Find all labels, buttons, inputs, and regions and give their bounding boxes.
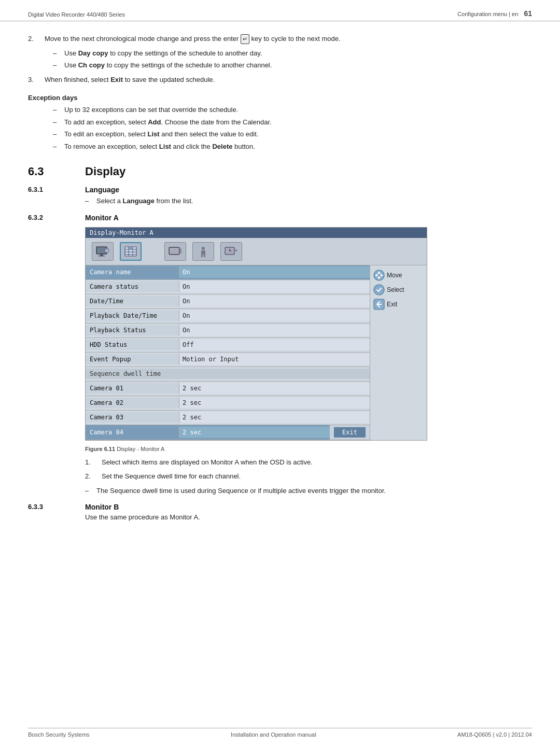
cell-label-playback-status: Playback Status	[86, 325, 179, 335]
monitor-row-hdd-status[interactable]: HDD Status Off	[86, 338, 370, 353]
cell-label-event-popup: Event Popup	[86, 354, 179, 364]
cell-label-datetime: Date/Time	[86, 296, 179, 306]
move-icon	[373, 270, 385, 281]
cell-label-cam2: Camera 02	[86, 398, 179, 408]
section-631-title: Language	[85, 186, 119, 194]
page-number: 61	[524, 9, 532, 18]
header-left: Digital Video Recorder 440/480 Series	[28, 11, 125, 18]
cell-value-cam2: 2 sec	[179, 397, 370, 408]
section-6-3-1-row: 6.3.1 Language	[28, 186, 532, 194]
select-icon	[373, 284, 385, 295]
camera-icon	[168, 244, 183, 259]
svg-text:+: +	[106, 249, 108, 252]
monitor-icon-1[interactable]: +	[92, 242, 114, 261]
footer-center: Installation and Operation manual	[231, 731, 316, 738]
select-label: Select	[387, 286, 404, 293]
monitor-icon-3[interactable]	[164, 242, 186, 261]
monitor-icon-2[interactable]	[120, 242, 142, 261]
svg-point-30	[374, 285, 384, 295]
item-1-num: 1.	[85, 457, 102, 468]
cell-label-playback-datetime: Playback Date/Time	[86, 311, 179, 321]
move-label: Move	[387, 272, 402, 279]
monitor-sidebar: Move Select	[370, 265, 427, 440]
monitor-row-datetime[interactable]: Date/Time On	[86, 294, 370, 309]
sequence-dwell-label: Sequence dwell time	[86, 369, 370, 379]
cell-value-cam4: 2 sec	[179, 427, 330, 438]
item-2-text: Move to the next chronological mode chan…	[45, 34, 532, 44]
cell-value-playback-datetime: On	[179, 310, 370, 321]
numbered-item-2: 2. Move to the next chronological mode c…	[28, 34, 532, 44]
monitor-row-playback-status[interactable]: Playback Status On	[86, 323, 370, 338]
header-right: Configuration menu | en 61	[457, 9, 532, 18]
exception-bullet-1: – Up to 32 exceptions can be set that ov…	[53, 105, 532, 115]
cell-value-cam1: 2 sec	[179, 383, 370, 394]
section-632-title: Monitor A	[85, 214, 119, 222]
item-3-text: When finished, select Exit to save the u…	[45, 75, 532, 85]
figure-caption-label: Figure 6.11	[85, 446, 115, 452]
monitor-icon-5[interactable]	[220, 242, 242, 261]
monitor-row-camera-status[interactable]: Camera status On	[86, 280, 370, 294]
monitor-row-cam2[interactable]: Camera 02 2 sec	[86, 396, 370, 411]
section-632-item-2: 2. Set the Sequence dwell time for each …	[85, 471, 532, 482]
monitor-row-event-popup[interactable]: Event Popup Motion or Input	[86, 353, 370, 367]
exception-days-heading: Exception days	[28, 94, 532, 102]
exception-bullet-3: – To edit an exception, select List and …	[53, 129, 532, 139]
monitor-row-cam1[interactable]: Camera 01 2 sec	[86, 382, 370, 396]
monitor-row-playback-datetime[interactable]: Playback Date/Time On	[86, 309, 370, 323]
section-633-title: Monitor B	[85, 503, 119, 511]
exception-bullet-4: – To remove an exception, select List an…	[53, 142, 532, 152]
item-2-bullets: – Use Day copy to copy the settings of t…	[53, 48, 532, 71]
svg-rect-12	[129, 247, 132, 249]
cell-value-camera-status: On	[179, 281, 370, 292]
section-633-content: Use the same procedure as Monitor A.	[85, 513, 532, 521]
page-footer: Bosch Security Systems Installation and …	[28, 728, 532, 738]
monitor-row-cam3[interactable]: Camera 03 2 sec	[86, 411, 370, 425]
section-632-bullets: – The Sequence dwell time is used during…	[85, 486, 532, 496]
item-1-text: Select which items are displayed on Moni…	[102, 457, 532, 468]
section-631-num: 6.3.1	[28, 186, 85, 193]
item-num-3: 3.	[28, 75, 45, 85]
sidebar-move-btn[interactable]: Move	[373, 270, 402, 281]
svg-marker-24	[235, 249, 237, 251]
section-6-3-3-row: 6.3.3 Monitor B	[28, 503, 532, 511]
exit-button-bottom[interactable]: Exit	[334, 427, 366, 438]
cell-value-playback-status: On	[179, 325, 370, 336]
svg-rect-19	[204, 255, 205, 257]
cell-label-cam4: Camera 04	[86, 427, 179, 438]
svg-rect-2	[99, 256, 105, 257]
cell-value-camera-name: On	[179, 266, 370, 278]
section-6-3-2-row: 6.3.2 Monitor A	[28, 214, 532, 222]
chapter-title: Display	[85, 165, 125, 178]
section-632-num: 6.3.2	[28, 214, 85, 221]
monitor-row-cam4[interactable]: Camera 04 2 sec	[86, 425, 330, 440]
item-2b-text: Set the Sequence dwell time for each cha…	[102, 471, 532, 482]
svg-point-16	[202, 247, 205, 250]
bullet-day-copy: – Use Day copy to copy the settings of t…	[53, 48, 532, 59]
cell-value-cam3: 2 sec	[179, 412, 370, 423]
svg-rect-14	[170, 248, 179, 254]
cell-value-hdd-status: Off	[179, 339, 370, 350]
svg-rect-1	[100, 254, 103, 256]
section-631-bullets: – Select a Language from the list.	[85, 196, 532, 206]
section-633-num: 6.3.3	[28, 503, 85, 511]
main-content: 2. Move to the next chronological mode c…	[0, 21, 560, 533]
monitor-row-camera-name[interactable]: Camera name On	[86, 265, 370, 280]
monitor-icon-4[interactable]	[192, 242, 214, 261]
svg-rect-18	[201, 255, 203, 257]
section-632-bullet-1: – The Sequence dwell time is used during…	[85, 486, 532, 496]
grid-icon	[123, 244, 138, 259]
footer-left: Bosch Security Systems	[28, 731, 90, 738]
cell-label-cam3: Camera 03	[86, 412, 179, 422]
exit-icon	[373, 299, 385, 310]
svg-marker-15	[179, 248, 181, 253]
sidebar-select-btn[interactable]: Select	[373, 284, 404, 295]
cell-label-camera-status: Camera status	[86, 281, 179, 292]
monitor-icons-row: +	[86, 238, 427, 265]
figure-caption: Figure 6.11 Display - Monitor A	[85, 446, 532, 452]
chapter-6-3: 6.3 Display	[28, 165, 532, 178]
chapter-num: 6.3	[28, 165, 85, 178]
cell-label-hdd-status: HDD Status	[86, 340, 179, 350]
header-right-text: Configuration menu | en	[457, 11, 518, 17]
sidebar-exit-btn[interactable]: Exit	[373, 299, 397, 310]
figure-icon	[196, 244, 211, 259]
